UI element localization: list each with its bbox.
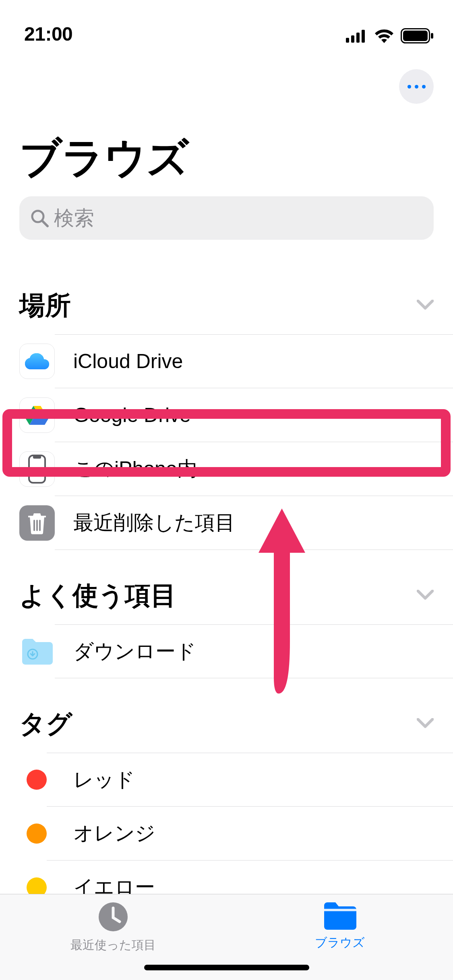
tag-dot-icon — [27, 824, 47, 844]
downloads-folder-icon — [19, 634, 55, 669]
chevron-down-icon — [417, 300, 434, 312]
home-indicator[interactable] — [144, 965, 309, 970]
nav-bar — [0, 52, 453, 121]
svg-rect-11 — [33, 520, 35, 531]
chevron-down-icon — [417, 590, 434, 602]
status-bar: 21:00 — [0, 0, 453, 52]
locations-list: iCloud Drive Google Drive このiPhone内 最近削除… — [0, 334, 453, 550]
chevron-down-icon — [417, 718, 434, 730]
section-header-tags[interactable]: タグ — [0, 706, 453, 741]
row-label: 最近削除した項目 — [73, 509, 235, 536]
svg-rect-1 — [351, 35, 354, 43]
favorite-downloads[interactable]: ダウンロード — [0, 624, 453, 678]
tag-dot-icon — [27, 770, 47, 790]
favorites-list: ダウンロード — [0, 624, 453, 678]
tags-list: レッド オレンジ イエロー — [0, 753, 453, 914]
folder-icon — [323, 902, 357, 931]
row-label: Google Drive — [73, 404, 191, 427]
row-label: iCloud Drive — [73, 350, 183, 373]
svg-rect-16 — [324, 909, 356, 911]
google-drive-icon — [19, 397, 55, 433]
svg-rect-9 — [29, 455, 45, 483]
row-label: ダウンロード — [73, 638, 196, 665]
location-recently-deleted[interactable]: 最近削除した項目 — [0, 496, 453, 550]
clock-icon — [98, 902, 128, 934]
tag-red[interactable]: レッド — [0, 753, 453, 807]
row-label: オレンジ — [73, 820, 155, 847]
battery-icon — [401, 28, 434, 45]
row-label: このiPhone内 — [73, 455, 197, 482]
svg-rect-13 — [39, 520, 41, 531]
svg-rect-2 — [356, 33, 360, 43]
status-right — [346, 28, 434, 45]
icloud-icon — [19, 344, 55, 379]
location-icloud-drive[interactable]: iCloud Drive — [0, 334, 453, 388]
wifi-icon — [374, 29, 394, 45]
location-google-drive[interactable]: Google Drive — [0, 388, 453, 442]
trash-icon — [19, 505, 55, 541]
svg-rect-12 — [36, 520, 38, 531]
tag-orange[interactable]: オレンジ — [0, 807, 453, 861]
section-title: 場所 — [19, 288, 71, 323]
location-on-my-iphone[interactable]: このiPhone内 — [0, 442, 453, 496]
ellipsis-icon — [407, 85, 426, 89]
svg-rect-6 — [431, 33, 433, 39]
tab-label: ブラウズ — [315, 935, 365, 951]
svg-rect-10 — [33, 455, 41, 459]
iphone-icon — [19, 451, 55, 487]
tab-label: 最近使った項目 — [70, 937, 156, 953]
page-title: ブラウズ — [0, 121, 453, 188]
svg-rect-0 — [346, 38, 349, 43]
status-time: 21:00 — [24, 23, 72, 45]
cellular-icon — [346, 29, 368, 44]
svg-rect-5 — [403, 31, 428, 41]
search-input[interactable]: 検索 — [19, 196, 434, 240]
svg-line-8 — [42, 221, 48, 226]
svg-rect-3 — [362, 30, 365, 43]
search-icon — [30, 208, 49, 228]
more-button[interactable] — [399, 69, 434, 104]
row-label: レッド — [73, 766, 135, 793]
section-header-locations[interactable]: 場所 — [0, 288, 453, 323]
search-placeholder: 検索 — [54, 205, 94, 232]
section-header-favorites[interactable]: よく使う項目 — [0, 578, 453, 613]
section-title: タグ — [19, 706, 72, 741]
section-title: よく使う項目 — [19, 578, 176, 613]
